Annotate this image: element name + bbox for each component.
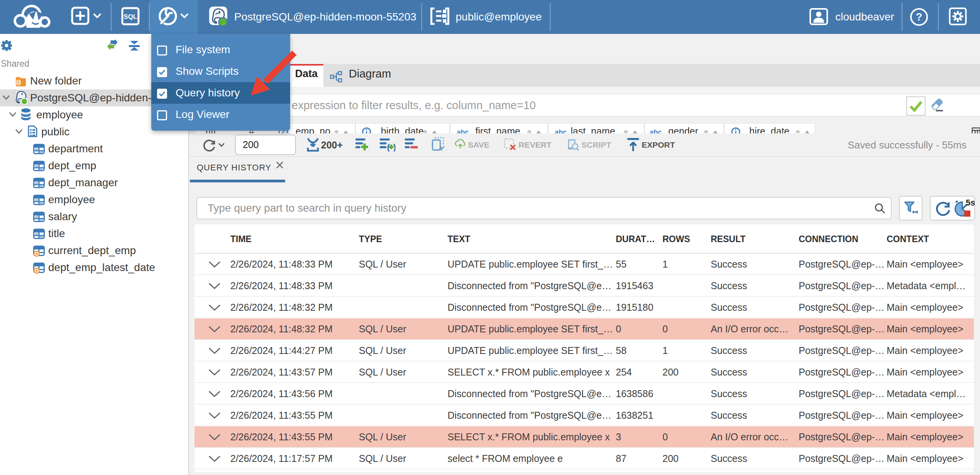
svg-text:5s: 5s (966, 199, 975, 207)
svg-text:?: ? (916, 11, 923, 23)
svg-text:SQL: SQL (124, 13, 137, 20)
svg-text:): ) (393, 142, 395, 152)
